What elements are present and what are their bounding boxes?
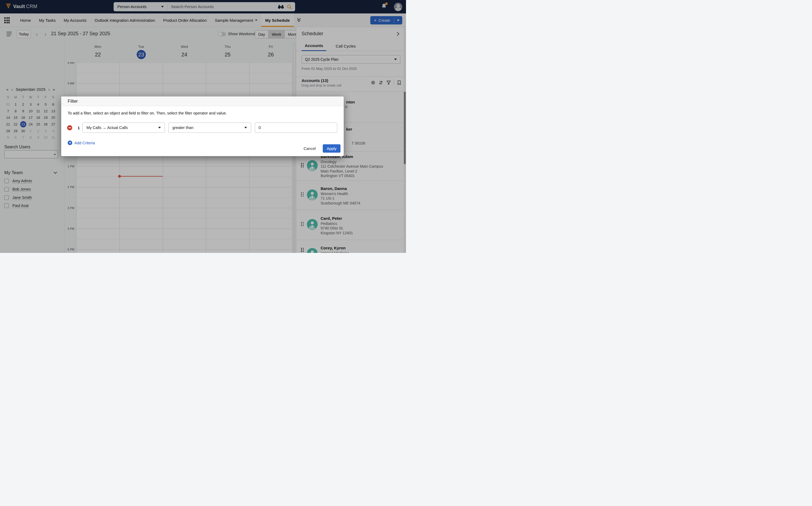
- apply-button[interactable]: Apply: [323, 144, 340, 153]
- filter-operator-value: greater than: [172, 125, 193, 130]
- chevron-down-icon: [244, 127, 247, 129]
- filter-field-value: My Calls → Actual Calls: [87, 125, 128, 130]
- add-criteria-button[interactable]: + Add Criteria: [68, 141, 95, 145]
- chevron-down-icon: [158, 127, 161, 129]
- filter-modal: Filter To add a filter, select an object…: [61, 96, 344, 156]
- filter-modal-header: Filter: [61, 96, 344, 106]
- filter-value-input[interactable]: [255, 122, 337, 133]
- cancel-button[interactable]: Cancel: [304, 147, 316, 151]
- criteria-row-number: 1: [77, 126, 81, 130]
- filter-operator-select[interactable]: greater than: [168, 122, 251, 133]
- vault-crm-window: VaultCRM Person Accounts Home: [0, 0, 406, 253]
- filter-field-select[interactable]: My Calls → Actual Calls: [82, 122, 165, 133]
- add-criteria-label: Add Criteria: [74, 141, 95, 145]
- filter-modal-footer: Cancel Apply: [304, 144, 340, 153]
- filter-modal-title: Filter: [68, 99, 78, 104]
- filter-description: To add a filter, select an object and fi…: [68, 111, 227, 115]
- remove-criteria-button[interactable]: [67, 125, 72, 130]
- plus-circle-icon: +: [68, 141, 72, 145]
